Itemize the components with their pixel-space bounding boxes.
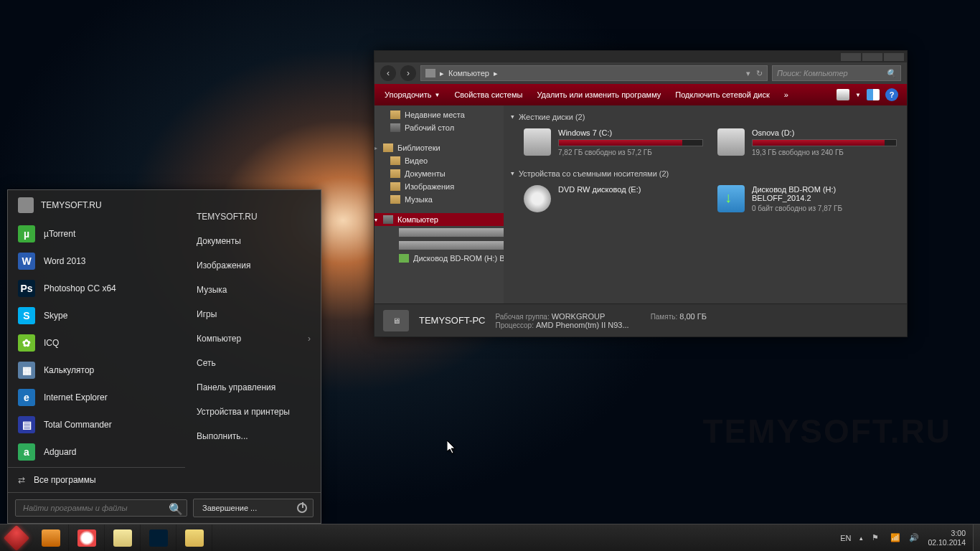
language-indicator[interactable]: EN xyxy=(840,534,851,542)
start-app-item[interactable]: ▦Калькулятор xyxy=(8,357,185,384)
show-desktop-button[interactable] xyxy=(973,524,980,552)
nav-back-button[interactable]: ‹ xyxy=(380,65,396,81)
start-right-item[interactable]: Изображения xyxy=(185,253,321,278)
mouse-cursor xyxy=(447,441,457,455)
start-menu: TEMYSOFT.RU µµTorrentWWord 2013PsPhotosh… xyxy=(7,189,321,524)
drive-name: Windows 7 (C:) xyxy=(558,128,703,137)
tray-chevron-icon[interactable]: ▴ xyxy=(859,534,863,542)
tree-pictures[interactable]: Изображения xyxy=(374,180,504,193)
taskbar-pin[interactable] xyxy=(176,524,212,551)
app-icon: ▦ xyxy=(18,362,35,379)
drive-bd[interactable]: Дисковод BD-ROM (H:) BELOFF_2014.2 0 бай… xyxy=(717,185,897,212)
drive-c[interactable]: Windows 7 (C:) 7,82 ГБ свободно из 57,2 … xyxy=(524,128,703,156)
taskbar-pin[interactable] xyxy=(141,524,176,551)
window-titlebar[interactable] xyxy=(374,51,907,62)
hdd-icon xyxy=(524,128,551,156)
action-center-icon[interactable]: ⚑ xyxy=(872,533,882,543)
tree-computer[interactable]: ▾Компьютер xyxy=(374,213,504,226)
start-right-item[interactable]: TEMYSOFT.RU xyxy=(185,204,321,229)
taskbar-clock[interactable]: 3:00 02.10.2014 xyxy=(928,529,969,547)
tree-libraries[interactable]: ▸Библиотеки xyxy=(374,141,504,154)
start-right-item[interactable]: Выполнить... xyxy=(185,424,321,448)
search-icon: 🔍 xyxy=(169,502,183,516)
start-app-item[interactable]: ▤Total Commander xyxy=(8,411,185,438)
start-right-item[interactable]: Компьютер xyxy=(185,326,321,351)
app-label: µTorrent xyxy=(44,229,75,239)
start-menu-right-column: TEMYSOFT.RUДокументыИзображенияМузыкаИгр… xyxy=(185,190,321,492)
map-network-drive-button[interactable]: Подключить сетевой диск xyxy=(668,84,776,105)
start-search-input[interactable] xyxy=(15,499,187,517)
refresh-icon[interactable]: ↻ xyxy=(756,69,763,78)
hdd-icon xyxy=(717,128,745,156)
start-app-item[interactable]: ✿ICQ xyxy=(8,329,185,357)
tree-music[interactable]: Музыка xyxy=(374,193,504,206)
start-right-item[interactable]: Музыка xyxy=(185,278,321,302)
taskbar-pin[interactable] xyxy=(69,524,105,551)
minimize-button[interactable] xyxy=(841,53,861,61)
breadcrumb-sep: ▸ xyxy=(440,69,444,78)
app-icon: ✿ xyxy=(18,334,35,352)
volume-icon[interactable]: 🔊 xyxy=(909,533,919,543)
start-button[interactable] xyxy=(0,524,33,551)
taskbar-pin[interactable] xyxy=(105,524,141,551)
uninstall-program-button[interactable]: Удалить или изменить программу xyxy=(529,84,668,105)
computer-icon xyxy=(425,69,435,77)
start-app-item[interactable]: eInternet Explorer xyxy=(8,384,185,411)
drive-free: 0 байт свободно из 7,87 ГБ xyxy=(752,204,897,212)
start-app-item[interactable]: WWord 2013 xyxy=(8,248,185,275)
maximize-button[interactable] xyxy=(862,53,882,61)
preview-pane-icon[interactable] xyxy=(867,89,880,100)
nav-forward-button[interactable]: › xyxy=(400,65,416,81)
explorer-search[interactable]: Поиск: Компьютер 🔍 xyxy=(772,65,901,81)
tree-drive-d[interactable]: Osnova (D:) xyxy=(374,239,504,252)
taskbar-app-icon xyxy=(149,529,168,547)
network-icon[interactable]: 📶 xyxy=(890,533,900,543)
start-right-item[interactable]: Документы xyxy=(185,229,321,253)
start-right-item[interactable]: Игры xyxy=(185,302,321,326)
start-right-item[interactable]: Устройства и принтеры xyxy=(185,400,321,424)
system-properties-button[interactable]: Свойства системы xyxy=(447,84,529,105)
tree-documents[interactable]: Документы xyxy=(374,167,504,180)
view-dropdown-icon[interactable]: ▼ xyxy=(855,92,861,98)
tree-desktop[interactable]: Рабочий стол xyxy=(374,121,504,134)
all-programs-button[interactable]: ⇄ Все программы xyxy=(8,467,185,492)
start-right-item[interactable]: Сеть xyxy=(185,351,321,375)
tree-drive-c[interactable]: Windows 7 (C:) xyxy=(374,226,504,239)
tree-video[interactable]: Видео xyxy=(374,154,504,167)
tree-drive-h[interactable]: Дисковод BD-ROM (H:) BE... xyxy=(374,252,504,265)
app-icon: a xyxy=(18,443,35,461)
close-button[interactable] xyxy=(884,53,904,61)
address-dropdown-icon[interactable]: ▾ xyxy=(746,69,750,78)
app-label: Total Commander xyxy=(44,420,112,430)
organize-button[interactable]: Упорядочить▼ xyxy=(377,84,447,105)
tree-recent-places[interactable]: Недавние места xyxy=(374,108,504,121)
taskbar-app-icon xyxy=(77,529,96,547)
pinned-apps-list: µµTorrentWWord 2013PsPhotoshop CC x64SSk… xyxy=(8,220,185,467)
app-label: Adguard xyxy=(44,447,76,457)
taskbar-pin[interactable] xyxy=(33,524,69,551)
start-search[interactable]: 🔍 xyxy=(15,499,187,517)
app-icon: µ xyxy=(18,225,35,242)
explorer-window: ‹ › ▸ Компьютер ▸ ▾ ↻ Поиск: Компьютер 🔍… xyxy=(374,50,908,337)
app-icon: W xyxy=(18,253,35,270)
start-menu-user[interactable]: TEMYSOFT.RU xyxy=(8,190,185,220)
start-app-item[interactable]: SSkype xyxy=(8,302,185,329)
address-bar[interactable]: ▸ Компьютер ▸ ▾ ↻ xyxy=(420,65,768,81)
start-right-item[interactable]: Панель управления xyxy=(185,375,321,400)
toolbar-overflow[interactable]: » xyxy=(777,84,796,105)
start-app-item[interactable]: aAdguard xyxy=(8,438,185,466)
drive-dvd[interactable]: DVD RW дисковод (E:) xyxy=(524,185,703,212)
view-options-icon[interactable] xyxy=(837,89,849,100)
shutdown-button[interactable]: Завершение ... xyxy=(193,499,314,517)
desktop-watermark: TEMYSOFT.RU xyxy=(702,412,951,451)
workgroup-label: Рабочая группа: xyxy=(495,313,549,321)
group-removable[interactable]: Устройства со съемными носителями (2) xyxy=(511,166,900,181)
group-hard-drives[interactable]: Жесткие диски (2) xyxy=(511,110,900,124)
start-app-item[interactable]: PsPhotoshop CC x64 xyxy=(8,275,185,302)
drive-d[interactable]: Osnova (D:) 19,3 ГБ свободно из 240 ГБ xyxy=(717,128,897,156)
start-orb-icon xyxy=(4,524,30,551)
breadcrumb-sep: ▸ xyxy=(494,69,498,78)
start-app-item[interactable]: µµTorrent xyxy=(8,220,185,248)
breadcrumb[interactable]: Компьютер xyxy=(448,69,489,77)
help-icon[interactable]: ? xyxy=(885,88,898,101)
